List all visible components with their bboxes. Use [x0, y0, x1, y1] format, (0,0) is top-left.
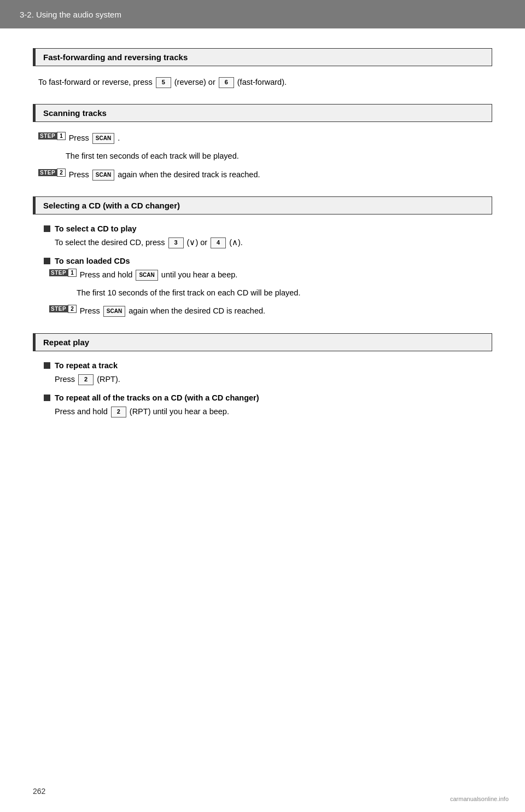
- select-cd-after: (∧).: [229, 238, 243, 247]
- fast-forward-paragraph: To fast-forward or reverse, press 5 (rev…: [33, 76, 492, 89]
- step-badge-2: STEP2: [38, 169, 66, 177]
- bullet-scan-cds: To scan loaded CDs STEP1 Press and hold …: [33, 257, 492, 318]
- ff-text-mid: (reverse) or: [174, 78, 215, 86]
- bullet-scan-cds-title: To scan loaded CDs: [55, 257, 130, 265]
- ff-text-before: To fast-forward or reverse, press: [38, 78, 153, 86]
- bullet-select-cd-header: To select a CD to play: [44, 224, 492, 233]
- bullet-repeat-all-content: Press and hold 2 (RPT) until you hear a …: [44, 405, 492, 418]
- scan-step1-after: .: [118, 134, 120, 142]
- key-scan-cd-1: SCAN: [136, 270, 158, 281]
- cd-scan-step2-after: again when the desired CD is reached.: [129, 306, 265, 315]
- bullet-repeat-all-title: To repeat all of the tracks on a CD (wit…: [55, 393, 259, 402]
- bullet-repeat-all: To repeat all of the tracks on a CD (wit…: [33, 393, 492, 418]
- section-selecting-cd: Selecting a CD (with a CD changer): [33, 196, 492, 214]
- cd-scan-step-1: STEP1 Press and hold SCAN until you hear…: [44, 269, 492, 281]
- scan-step2-content: Press SCAN again when the desired track …: [69, 169, 492, 181]
- scan-step1-content: Press SCAN .: [69, 132, 492, 144]
- section-repeat-play-title: Repeat play: [43, 338, 89, 347]
- ff-text-after: (fast-forward).: [237, 78, 287, 86]
- cd-scan-step1-sub: The first 10 seconds of the first track …: [44, 287, 492, 299]
- cd-scan-step1-before: Press and hold: [80, 270, 133, 279]
- bullet-repeat-track: To repeat a track Press 2 (RPT).: [33, 361, 492, 386]
- bullet-square-icon-2: [44, 258, 50, 264]
- bullet-square-icon: [44, 225, 50, 232]
- bullet-repeat-all-header: To repeat all of the tracks on a CD (wit…: [44, 393, 492, 402]
- bullet-repeat-track-header: To repeat a track: [44, 361, 492, 370]
- section-selecting-cd-title: Selecting a CD (with a CD changer): [43, 201, 180, 210]
- repeat-track-after: (RPT).: [97, 375, 120, 384]
- bullet-repeat-track-title: To repeat a track: [55, 361, 118, 370]
- page-number: 262: [33, 787, 45, 796]
- scan-step1-before: Press: [69, 134, 89, 142]
- cd-scan-step1-after: until you hear a beep.: [161, 270, 237, 279]
- bullet-select-cd: To select a CD to play To select the des…: [33, 224, 492, 249]
- bullet-select-cd-content: To select the desired CD, press 3 (∨) or…: [44, 236, 492, 249]
- header-bar: 3-2. Using the audio system: [0, 0, 525, 28]
- scan-step2-after: again when the desired track is reached.: [118, 170, 260, 179]
- bullet-scan-cds-header: To scan loaded CDs: [44, 257, 492, 265]
- section-repeat-play: Repeat play: [33, 333, 492, 351]
- section-fast-forward-title: Fast-forwarding and reversing tracks: [43, 53, 188, 62]
- section-scanning-title: Scanning tracks: [43, 108, 107, 118]
- scan-step2-before: Press: [69, 170, 89, 179]
- watermark: carmanualsonline.info: [450, 796, 509, 802]
- repeat-all-after: (RPT) until you hear a beep.: [130, 407, 229, 416]
- bullet-repeat-track-content: Press 2 (RPT).: [44, 373, 492, 386]
- key-scan-1: SCAN: [92, 133, 114, 144]
- cd-scan-step1-content: Press and hold SCAN until you hear a bee…: [80, 269, 492, 281]
- step-badge-1: STEP1: [38, 132, 66, 140]
- key-4: 4: [211, 237, 226, 248]
- key-6: 6: [219, 77, 234, 88]
- bullet-select-cd-title: To select a CD to play: [55, 224, 137, 233]
- repeat-track-before: Press: [55, 375, 75, 384]
- select-cd-before: To select the desired CD, press: [55, 238, 165, 247]
- bullet-square-icon-4: [44, 395, 50, 401]
- key-2-repeat: 2: [78, 374, 94, 385]
- bullet-square-icon-3: [44, 362, 50, 369]
- scan-step-1: STEP1 Press SCAN .: [33, 132, 492, 144]
- section-fast-forward: Fast-forwarding and reversing tracks: [33, 48, 492, 66]
- key-5: 5: [156, 77, 171, 88]
- key-2-hold: 2: [111, 407, 126, 417]
- scan-step-2: STEP2 Press SCAN again when the desired …: [33, 169, 492, 181]
- key-scan-cd-2: SCAN: [103, 306, 125, 317]
- cd-scan-step2-content: Press SCAN again when the desired CD is …: [80, 305, 492, 317]
- key-3: 3: [168, 237, 184, 248]
- cd-step-badge-1: STEP1: [49, 269, 77, 277]
- cd-scan-step2-before: Press: [80, 306, 100, 315]
- repeat-all-before: Press and hold: [55, 407, 108, 416]
- select-cd-mid: (∨) or: [187, 238, 208, 247]
- key-scan-2: SCAN: [92, 170, 114, 181]
- header-title: 3-2. Using the audio system: [20, 10, 121, 19]
- scan-step1-sub: The first ten seconds of each track will…: [33, 150, 492, 163]
- main-content: Fast-forwarding and reversing tracks To …: [0, 28, 525, 459]
- cd-step-badge-2: STEP2: [49, 305, 77, 313]
- section-scanning: Scanning tracks: [33, 104, 492, 122]
- cd-scan-step-2: STEP2 Press SCAN again when the desired …: [44, 305, 492, 317]
